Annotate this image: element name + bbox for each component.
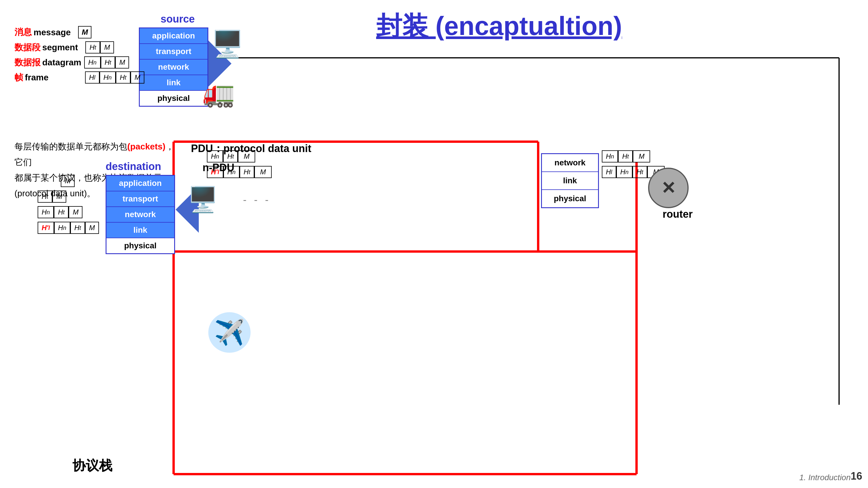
cell-Hn2: Hn — [99, 71, 116, 84]
dashed-line: - - - — [243, 194, 271, 206]
dest-cell-M: M — [61, 175, 75, 187]
dest-cell-M4: M — [85, 222, 99, 234]
router-icon — [648, 168, 689, 208]
mid-Hn1: Hn — [207, 150, 223, 162]
mid-Hn2: Hn — [223, 166, 240, 178]
cell-M1: M — [78, 26, 91, 38]
mid-Ht2: Ht — [240, 166, 254, 178]
dest-cell-Hn2: Hn — [54, 222, 70, 234]
truck-icon: 🚛 — [203, 78, 235, 108]
source-layer-network: network — [140, 60, 208, 75]
label-message-cn: 消息 — [14, 26, 32, 38]
mid-Ht1: Ht — [223, 150, 238, 162]
cell-M2: M — [100, 41, 114, 54]
dest-cell-Hn: Hn — [38, 206, 54, 218]
rr-Ht1: Ht — [618, 150, 633, 162]
rr-Hn1: Hn — [602, 150, 618, 162]
router-layer-physical: physical — [542, 190, 598, 207]
dest-layer-network: network — [106, 207, 174, 223]
page-title: 封装 (encaptualtion) — [376, 9, 622, 44]
source-label: source — [161, 13, 195, 25]
label-segment-cn: 数据段 — [14, 42, 40, 54]
source-layer-transport: transport — [140, 44, 208, 60]
label-frame-en: frame — [25, 72, 49, 83]
router-label: router — [662, 208, 693, 220]
dest-cell-Ht: Ht — [38, 191, 52, 203]
dest-layer-application: application — [106, 176, 174, 191]
dest-cell-Ht2: Ht — [54, 206, 69, 218]
source-layer-physical: physical — [140, 91, 208, 106]
dest-data-labels: M Ht M Hn Ht M H'l Hn Ht M — [38, 175, 99, 237]
plane-icon: ✈️ — [208, 312, 251, 353]
source-layer-application: application — [140, 28, 208, 44]
cell-Ht1: Ht — [85, 41, 100, 54]
dest-cell-M3: M — [69, 206, 83, 218]
cell-Hn1: Hn — [84, 56, 100, 68]
mid-M1: M — [238, 150, 255, 162]
rr-M1: M — [633, 150, 650, 162]
dest-stack: application transport network link physi… — [105, 175, 175, 254]
dest-layer-link: link — [106, 223, 174, 238]
label-datagram-en: datagram — [42, 58, 81, 67]
cell-M3: M — [115, 56, 129, 68]
data-labels: 消息 message M 数据段 segment Ht M 数据报 datagr… — [14, 26, 144, 87]
destination-label: destination — [105, 160, 161, 172]
dest-layer-physical: physical — [106, 238, 174, 253]
dest-cell-M2: M — [52, 191, 66, 203]
computer-dest-icon: 🖥️ — [187, 185, 218, 214]
computer-source-icon: 🖥️ — [211, 29, 244, 59]
cell-Ht3: Ht — [116, 71, 130, 84]
label-segment-en: segment — [42, 42, 78, 52]
mid-M2: M — [254, 166, 272, 178]
rr-Hl: Hl — [602, 166, 616, 178]
dest-cell-Hl-red: H'l — [38, 222, 54, 234]
source-stack: application transport network link physi… — [139, 28, 208, 107]
label-datagram-cn: 数据报 — [14, 57, 40, 68]
router-layer-link: link — [542, 172, 598, 190]
router-layer-network: network — [542, 154, 598, 172]
cell-Ht2: Ht — [101, 56, 116, 68]
rr-Hn2: Hn — [616, 166, 632, 178]
dest-layer-transport: transport — [106, 191, 174, 207]
label-frame-cn: 帧 — [14, 72, 23, 84]
mid-Hl-red: H'l — [207, 166, 223, 178]
router-stack: network link physical — [541, 153, 599, 208]
proto-stack-label: 协议栈 — [72, 457, 112, 475]
page-number: 16 — [850, 470, 862, 482]
label-message-en: message — [34, 28, 71, 37]
mid-packets-area: Hn Ht M H'l Hn Ht M — [207, 150, 272, 178]
cell-M4: M — [130, 71, 144, 84]
footer-text: 1. Introduction — [799, 473, 850, 482]
rr-Ht2: Ht — [632, 166, 647, 178]
cell-Hl1: Hl — [85, 71, 99, 84]
dest-cell-Ht3: Ht — [70, 222, 85, 234]
source-layer-link: link — [140, 75, 208, 91]
